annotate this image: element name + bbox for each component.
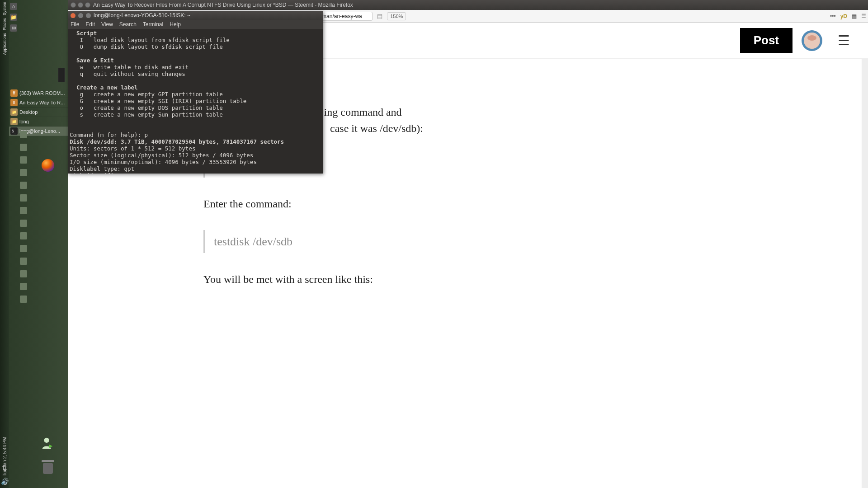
terminal-titlebar[interactable]: long@long-Lenovo-YOGA-510-15ISK: ~ xyxy=(68,11,323,20)
panel-launchers: ⌂ 📁 ✉ xyxy=(9,0,68,34)
panel-menu-places[interactable]: Places xyxy=(2,18,7,30)
maximize-icon[interactable] xyxy=(86,13,91,18)
task-item[interactable]: 📁long xyxy=(9,117,68,127)
panel-clock[interactable]: Tue Jan 2, 5:44 PM xyxy=(2,437,7,476)
panel-menu-system[interactable]: System xyxy=(2,2,7,15)
menu-search[interactable]: Search xyxy=(119,21,137,28)
task-label: long xyxy=(19,119,29,124)
dock-icon[interactable] xyxy=(20,270,27,277)
task-list: ff(363) WAR ROOM... ffAn Easy Way To R..… xyxy=(9,89,68,136)
menu-view[interactable]: View xyxy=(101,21,113,28)
zoom-indicator[interactable]: 150% xyxy=(387,12,406,20)
dock-icon[interactable] xyxy=(20,207,27,214)
reader-icon[interactable]: ▤ xyxy=(375,13,384,19)
code-block: testdisk /dev/sdb xyxy=(203,230,708,253)
close-icon[interactable] xyxy=(71,2,76,8)
task-label: Desktop xyxy=(19,109,38,115)
dock-icon[interactable] xyxy=(20,144,27,151)
workspace-pager[interactable] xyxy=(58,68,65,82)
dock-icon[interactable] xyxy=(20,182,27,189)
scrollbar[interactable] xyxy=(862,59,868,488)
window-list-panel: ⌂ 📁 ✉ ff(363) WAR ROOM... ffAn Easy Way … xyxy=(9,0,68,488)
launcher-icon[interactable]: ✉ xyxy=(10,24,17,32)
task-label: An Easy Way To R... xyxy=(19,100,65,105)
dock-icon[interactable] xyxy=(20,194,27,202)
terminal-body[interactable]: Script I load disk layout from sfdisk sc… xyxy=(68,29,323,174)
dock-icon[interactable] xyxy=(20,169,27,176)
task-item[interactable]: ffAn Easy Way To R... xyxy=(9,98,68,108)
close-icon[interactable] xyxy=(71,13,75,18)
panel-menu-applications[interactable]: Applications xyxy=(2,33,7,55)
menu-file[interactable]: File xyxy=(71,21,79,28)
volume-icon[interactable]: 🔊 xyxy=(1,478,8,484)
task-item[interactable]: ff(363) WAR ROOM... xyxy=(9,89,68,98)
toolbar-icon[interactable]: ••• xyxy=(830,13,836,19)
dock-icon[interactable] xyxy=(20,283,27,290)
dock-icon[interactable] xyxy=(20,156,27,164)
post-button[interactable]: Post xyxy=(740,28,793,53)
menu-terminal[interactable]: Terminal xyxy=(143,21,163,28)
maximize-icon[interactable] xyxy=(85,2,90,8)
window-title: An Easy Way To Recover Files From A Corr… xyxy=(93,2,353,8)
mouse-pointer-icon: ➤ xyxy=(250,172,253,174)
avatar[interactable] xyxy=(802,30,822,51)
dock-icon[interactable] xyxy=(20,232,27,239)
terminal-menubar: File Edit View Search Terminal Help xyxy=(68,20,323,29)
article-paragraph: Enter the command: xyxy=(203,196,708,212)
gnome-left-panel: System Places Applications ⇅ 🔊 Tue Jan 2… xyxy=(0,0,9,488)
launcher-icon[interactable]: 📁 xyxy=(10,14,17,21)
dock-icon[interactable] xyxy=(20,296,27,303)
dock-icon[interactable] xyxy=(20,131,27,138)
task-item[interactable]: 📁Desktop xyxy=(9,108,68,117)
dock-column xyxy=(20,131,27,303)
terminal-window: long@long-Lenovo-YOGA-510-15ISK: ~ File … xyxy=(68,11,323,174)
toolbar-icon[interactable]: ▦ xyxy=(852,13,857,19)
toolbar-icon[interactable]: yD xyxy=(840,13,847,19)
menu-edit[interactable]: Edit xyxy=(85,21,95,28)
trash-icon[interactable] xyxy=(42,460,54,474)
launcher-icon[interactable]: ⌂ xyxy=(10,3,17,10)
article-paragraph: You will be met with a screen like this: xyxy=(203,271,708,287)
task-label: (363) WAR ROOM... xyxy=(19,90,65,96)
app-menu-icon[interactable]: ☰ xyxy=(861,13,866,19)
dock-icon[interactable] xyxy=(20,220,27,227)
task-item[interactable]: $_long@long-Leno... xyxy=(9,127,68,136)
svg-point-0 xyxy=(44,438,49,443)
dock-icon[interactable] xyxy=(20,245,27,252)
firefox-titlebar[interactable]: An Easy Way To Recover Files From A Corr… xyxy=(68,0,868,10)
site-menu-icon[interactable]: ☰ xyxy=(838,33,850,48)
menu-help[interactable]: Help xyxy=(170,21,181,28)
firefox-launcher-icon[interactable] xyxy=(42,159,54,172)
terminal-title: long@long-Lenovo-YOGA-510-15ISK: ~ xyxy=(94,12,190,19)
user-switch-icon[interactable] xyxy=(41,436,54,450)
minimize-icon[interactable] xyxy=(78,2,83,8)
dock-icon[interactable] xyxy=(20,258,27,265)
minimize-icon[interactable] xyxy=(78,13,83,18)
